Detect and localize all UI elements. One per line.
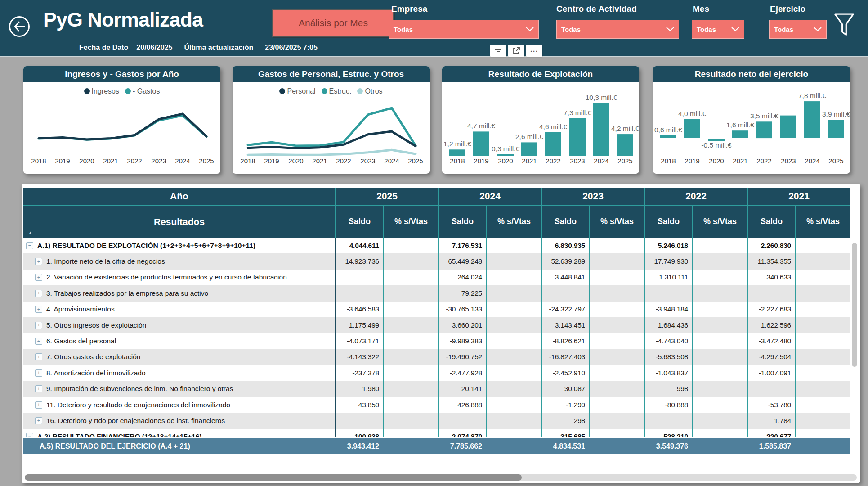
bar-chart-resultado-neto[interactable]: 201820192020202120222023202420250,6 mill… xyxy=(653,82,850,174)
table-row-label[interactable]: +5. Otros ingresos de explotación xyxy=(23,317,335,333)
bar-2022[interactable] xyxy=(756,122,772,138)
table-cell-saldo[interactable] xyxy=(335,413,383,428)
table-cell-saldo[interactable]: -4.743.040 xyxy=(644,333,692,349)
table-cell-saldo[interactable] xyxy=(335,285,383,301)
pinned-total-row[interactable]: A.5) RESULTADO DEL EJERCICIO (A.4 + 21)3… xyxy=(23,437,850,454)
mes-dropdown[interactable]: Todas xyxy=(692,20,744,39)
bar-2018[interactable] xyxy=(449,149,465,156)
table-cell-saldo[interactable] xyxy=(541,285,589,301)
vertical-scrollbar-thumb[interactable] xyxy=(852,243,857,367)
table-cell-saldo[interactable]: -9.989.383 xyxy=(438,333,486,349)
table-subheader-saldo[interactable]: Saldo xyxy=(335,206,383,238)
table-cell-saldo[interactable]: -53.780 xyxy=(747,397,795,413)
table-cell-saldo[interactable]: 1.175.499 xyxy=(335,317,383,333)
table-subheader-saldo[interactable]: Saldo xyxy=(438,206,486,238)
table-cell-saldo[interactable] xyxy=(644,285,692,301)
table-cell-saldo[interactable] xyxy=(644,413,692,428)
empresa-dropdown[interactable]: Todas xyxy=(389,20,539,39)
table-cell-saldo[interactable]: 426.888 xyxy=(438,397,486,413)
table-cell-saldo[interactable]: -16.827.403 xyxy=(541,349,589,365)
expand-icon[interactable]: + xyxy=(35,369,42,377)
table-cell-saldo[interactable]: 1.622.596 xyxy=(747,317,795,333)
table-cell-saldo[interactable]: 264.024 xyxy=(438,270,486,285)
table-cell-saldo[interactable]: -4.073.171 xyxy=(335,333,383,349)
expand-icon[interactable]: + xyxy=(35,290,42,297)
bar-2018[interactable] xyxy=(660,135,676,138)
table-row-label[interactable]: +8. Amortización del inmovilizado xyxy=(23,365,335,381)
ejercicio-dropdown[interactable]: Todas xyxy=(769,20,827,39)
table-cell-saldo[interactable]: 14.923.736 xyxy=(335,253,383,269)
table-cell-saldo[interactable]: -4.297.504 xyxy=(747,349,795,365)
table-cell-saldo[interactable] xyxy=(438,413,486,428)
expand-icon[interactable]: + xyxy=(35,322,42,329)
table-header-year-2025[interactable]: 2025 xyxy=(335,188,438,206)
table-cell-saldo[interactable]: -237.378 xyxy=(335,365,383,381)
table-cell-saldo[interactable]: 998 xyxy=(644,381,692,397)
table-cell-saldo[interactable]: 1.310.111 xyxy=(644,270,692,285)
table-cell-saldo[interactable]: 2.260.830 xyxy=(747,238,795,253)
table-cell-saldo[interactable]: 4.044.611 xyxy=(335,238,383,253)
more-options-button[interactable]: ··· xyxy=(526,45,542,57)
table-cell-saldo[interactable]: 79.225 xyxy=(438,285,486,301)
expand-icon[interactable]: + xyxy=(35,417,42,424)
filter-funnel-button[interactable] xyxy=(833,13,855,39)
table-header-year-2022[interactable]: 2022 xyxy=(644,188,747,206)
table-cell-saldo[interactable]: -3.472.480 xyxy=(747,333,795,349)
table-cell-saldo[interactable]: 20.141 xyxy=(438,381,486,397)
expand-icon[interactable]: + xyxy=(35,338,42,345)
bar-2020[interactable] xyxy=(497,154,514,156)
table-subheader-pct[interactable]: % s/Vtas xyxy=(383,206,438,238)
bar-2025[interactable] xyxy=(828,120,844,138)
expand-icon[interactable]: + xyxy=(35,274,42,281)
table-cell-saldo[interactable]: 3.143.451 xyxy=(541,317,589,333)
table-cell-saldo[interactable]: 1.784 xyxy=(747,413,795,428)
table-cell-saldo[interactable]: -1.299 xyxy=(541,397,589,413)
table-cell-saldo[interactable] xyxy=(335,270,383,285)
table-cell-saldo[interactable]: -3.646.583 xyxy=(335,302,383,317)
table-cell-saldo[interactable]: 1.980 xyxy=(335,381,383,397)
table-cell-saldo[interactable]: 1.684.436 xyxy=(644,317,692,333)
table-subheader-saldo[interactable]: Saldo xyxy=(541,206,589,238)
table-header-year-2021[interactable]: 2021 xyxy=(747,188,850,206)
table-cell-saldo[interactable]: -5.683.508 xyxy=(644,349,692,365)
collapse-icon[interactable]: − xyxy=(26,242,33,249)
table-subheader-saldo[interactable]: Saldo xyxy=(644,206,692,238)
table-cell-saldo[interactable]: -8.826.621 xyxy=(541,333,589,349)
table-cell-saldo[interactable]: 298 xyxy=(541,413,589,428)
bar-2021[interactable] xyxy=(521,142,537,156)
line-chart-ingresos-gastos[interactable]: 20182019202020212022202320242025 xyxy=(23,82,220,174)
table-cell-saldo[interactable]: 5.246.018 xyxy=(644,238,692,253)
table-cell-saldo[interactable]: -80.888 xyxy=(644,397,692,413)
bar-2022[interactable] xyxy=(545,132,561,156)
horizontal-scrollbar-track[interactable] xyxy=(25,474,857,481)
table-subheader-pct[interactable]: % s/Vtas xyxy=(795,206,850,238)
table-cell-saldo[interactable]: 6.830.935 xyxy=(541,238,589,253)
table-cell-saldo[interactable]: 17.749.930 xyxy=(644,253,692,269)
table-cell-saldo[interactable]: -24.322.797 xyxy=(541,302,589,317)
sort-ascending-icon[interactable]: ▲ xyxy=(28,230,33,235)
bar-2024[interactable] xyxy=(593,103,609,156)
table-row-label[interactable]: +9. Imputación de subvenciones de inm. N… xyxy=(23,381,335,397)
table-cell-saldo[interactable]: -30.765.133 xyxy=(438,302,486,317)
bar-2025[interactable] xyxy=(617,134,633,156)
bar-2021[interactable] xyxy=(732,130,748,138)
bar-2020[interactable] xyxy=(708,139,725,141)
table-row-label[interactable]: +11. Deterioro y resultado de enajenacio… xyxy=(23,397,335,413)
expand-icon[interactable]: + xyxy=(35,353,42,360)
table-subheader-pct[interactable]: % s/Vtas xyxy=(692,206,747,238)
table-row-label[interactable]: +16. Deterioro y rtdo por enajenaciones … xyxy=(23,413,335,428)
centro-actividad-dropdown[interactable]: Todas xyxy=(556,20,679,39)
table-cell-saldo[interactable]: -4.143.322 xyxy=(335,349,383,365)
table-cell-saldo[interactable]: 52.639.289 xyxy=(541,253,589,269)
table-cell-saldo[interactable]: -1.007.091 xyxy=(747,365,795,381)
table-cell-saldo[interactable]: 30.087 xyxy=(541,381,589,397)
bar-2023[interactable] xyxy=(569,118,586,156)
table-cell-saldo[interactable]: -2.452.910 xyxy=(541,365,589,381)
focus-mode-button[interactable] xyxy=(508,45,524,57)
table-subheader-pct[interactable]: % s/Vtas xyxy=(589,206,644,238)
table-header-year-2023[interactable]: 2023 xyxy=(541,188,644,206)
table-cell-saldo[interactable]: -19.490.752 xyxy=(438,349,486,365)
table-row-label[interactable]: +1. Importe neto de la cifra de negocios xyxy=(23,253,335,269)
bar-2023[interactable] xyxy=(780,116,796,138)
table-subheader-pct[interactable]: % s/Vtas xyxy=(486,206,541,238)
